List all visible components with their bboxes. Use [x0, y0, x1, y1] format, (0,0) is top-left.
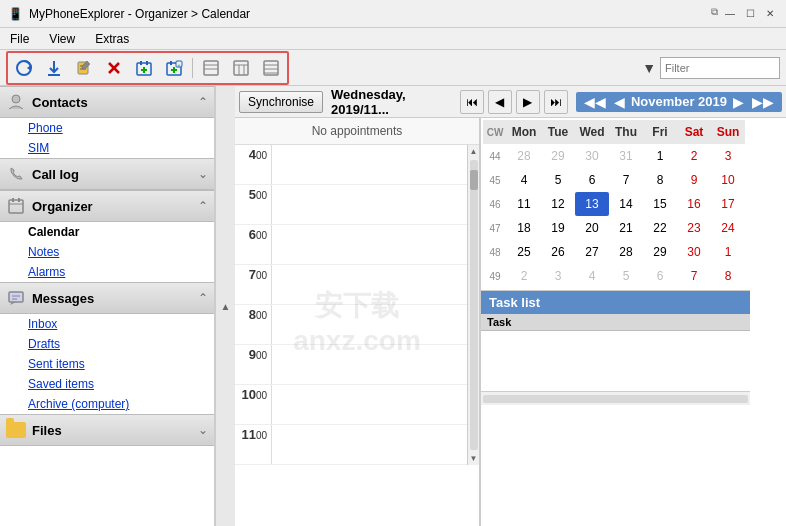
day-4[interactable]: 4	[507, 168, 541, 192]
mini-prev-month-button[interactable]: ◀	[612, 94, 627, 110]
refresh-button[interactable]	[10, 55, 38, 81]
task-horizontal-scrollbar[interactable]	[481, 391, 750, 405]
maximize-button[interactable]: ☐	[742, 6, 758, 22]
sidebar-item-saved[interactable]: Saved items	[0, 374, 214, 394]
sync-button[interactable]: Synchronise	[239, 91, 323, 113]
mini-next-button[interactable]: ▶▶	[750, 94, 776, 110]
nav-last-button[interactable]: ⏭	[544, 90, 568, 114]
day-23[interactable]: 23	[677, 216, 711, 240]
day-6-dec[interactable]: 6	[643, 264, 677, 288]
scroll-track[interactable]	[470, 160, 478, 450]
close-button[interactable]: ✕	[762, 6, 778, 22]
download-button[interactable]	[40, 55, 68, 81]
day-13-today[interactable]: 13	[575, 192, 609, 216]
cw-44: 44	[483, 144, 507, 168]
nav-prev-button[interactable]: ◀	[488, 90, 512, 114]
day-24[interactable]: 24	[711, 216, 745, 240]
menu-file[interactable]: File	[4, 30, 35, 48]
sidebar-scroll[interactable]: ▲	[215, 86, 235, 526]
sidebar-item-notes[interactable]: Notes	[0, 242, 214, 262]
sidebar-item-phone[interactable]: Phone	[0, 118, 214, 138]
week-view-button[interactable]	[227, 55, 255, 81]
day-19[interactable]: 19	[541, 216, 575, 240]
day-10[interactable]: 10	[711, 168, 745, 192]
day-7-dec[interactable]: 7	[677, 264, 711, 288]
day-14[interactable]: 14	[609, 192, 643, 216]
sidebar-section-calllog[interactable]: Call log ⌄	[0, 158, 214, 190]
day-view-button[interactable]	[197, 55, 225, 81]
menu-view[interactable]: View	[43, 30, 81, 48]
sidebar-item-archive[interactable]: Archive (computer)	[0, 394, 214, 414]
day-27[interactable]: 27	[575, 240, 609, 264]
day-18[interactable]: 18	[507, 216, 541, 240]
cw-49: 49	[483, 264, 507, 288]
day-25[interactable]: 25	[507, 240, 541, 264]
sidebar-item-sim[interactable]: SIM	[0, 138, 214, 158]
sidebar-section-messages[interactable]: Messages ⌃	[0, 282, 214, 314]
filter-input[interactable]	[660, 57, 780, 79]
day-7[interactable]: 7	[609, 168, 643, 192]
edit-button[interactable]	[70, 55, 98, 81]
svg-rect-32	[9, 200, 23, 213]
day-30-oct[interactable]: 30	[575, 144, 609, 168]
wed-header: Wed	[575, 120, 609, 144]
day-6[interactable]: 6	[575, 168, 609, 192]
day-8[interactable]: 8	[643, 168, 677, 192]
day-15[interactable]: 15	[643, 192, 677, 216]
day-26[interactable]: 26	[541, 240, 575, 264]
day-22[interactable]: 22	[643, 216, 677, 240]
day-31-oct[interactable]: 31	[609, 144, 643, 168]
day-5[interactable]: 5	[541, 168, 575, 192]
new-event-button[interactable]	[130, 55, 158, 81]
tue-header: Tue	[541, 120, 575, 144]
day-20[interactable]: 20	[575, 216, 609, 240]
day-12[interactable]: 12	[541, 192, 575, 216]
sidebar-item-inbox[interactable]: Inbox	[0, 314, 214, 334]
day-2-dec[interactable]: 2	[507, 264, 541, 288]
new-task-button[interactable]: +	[160, 55, 188, 81]
h-scroll-track[interactable]	[483, 395, 748, 403]
day-17[interactable]: 17	[711, 192, 745, 216]
menu-extras[interactable]: Extras	[89, 30, 135, 48]
day-29[interactable]: 29	[643, 240, 677, 264]
day-3-dec[interactable]: 3	[541, 264, 575, 288]
scroll-up-arrow[interactable]: ▲	[468, 145, 479, 158]
day-3[interactable]: 3	[711, 144, 745, 168]
day-9[interactable]: 9	[677, 168, 711, 192]
day-11[interactable]: 11	[507, 192, 541, 216]
sidebar-item-sent[interactable]: Sent items	[0, 354, 214, 374]
mini-next-month-button[interactable]: ▶	[731, 94, 746, 110]
day-29-oct[interactable]: 29	[541, 144, 575, 168]
menu-bar: File View Extras	[0, 28, 786, 50]
sidebar-section-files[interactable]: Files ⌄	[0, 414, 214, 446]
organizer-chevron: ⌃	[198, 199, 208, 213]
sat-header: Sat	[677, 120, 711, 144]
sidebar-item-drafts[interactable]: Drafts	[0, 334, 214, 354]
list-view-button[interactable]	[257, 55, 285, 81]
day-1[interactable]: 1	[643, 144, 677, 168]
day-28-oct[interactable]: 28	[507, 144, 541, 168]
nav-first-button[interactable]: ⏮	[460, 90, 484, 114]
task-list: Task list Task	[481, 290, 750, 526]
day-5-dec[interactable]: 5	[609, 264, 643, 288]
day-8-dec[interactable]: 8	[711, 264, 745, 288]
sidebar-item-calendar[interactable]: Calendar	[0, 222, 214, 242]
mini-prev-button[interactable]: ◀◀	[582, 94, 608, 110]
day-30[interactable]: 30	[677, 240, 711, 264]
nav-next-button[interactable]: ▶	[516, 90, 540, 114]
day-4-dec[interactable]: 4	[575, 264, 609, 288]
day-21[interactable]: 21	[609, 216, 643, 240]
scroll-down-arrow[interactable]: ▼	[468, 452, 479, 465]
time-scrollbar[interactable]: ▲ ▼	[467, 145, 479, 465]
minimize-button[interactable]: —	[722, 6, 738, 22]
delete-button[interactable]	[100, 55, 128, 81]
day-16[interactable]: 16	[677, 192, 711, 216]
day-28[interactable]: 28	[609, 240, 643, 264]
day-1-dec[interactable]: 1	[711, 240, 745, 264]
sidebar-item-alarms[interactable]: Alarms	[0, 262, 214, 282]
sidebar-section-contacts[interactable]: Contacts ⌃	[0, 86, 214, 118]
sidebar-section-organizer[interactable]: Organizer ⌃	[0, 190, 214, 222]
time-slot-9: 900	[235, 345, 467, 385]
scroll-thumb[interactable]	[470, 170, 478, 190]
day-2[interactable]: 2	[677, 144, 711, 168]
